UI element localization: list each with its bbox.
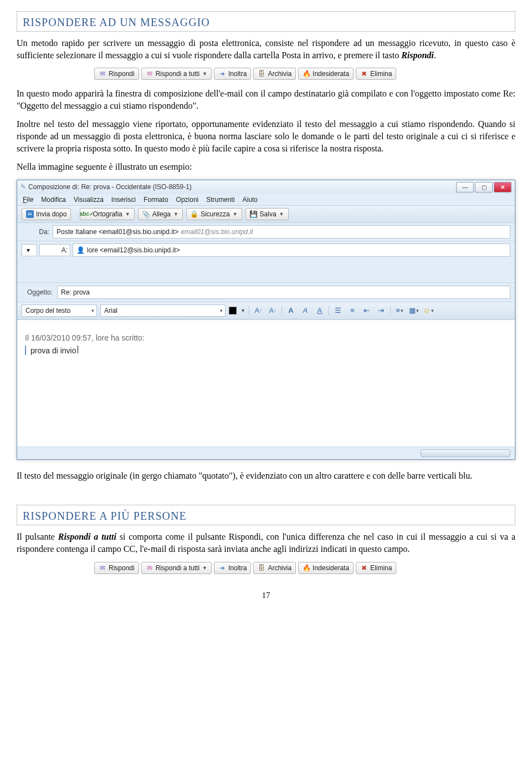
security-button[interactable]: 🔒Sicurezza▼: [186, 208, 242, 220]
paragraph: In questo modo apparirà la finestra di c…: [17, 88, 515, 111]
font-select[interactable]: Arial: [100, 305, 226, 317]
menu-file[interactable]: File: [23, 196, 33, 204]
send-later-button[interactable]: ✉Invia dopo: [22, 208, 71, 220]
text-bold: Rispondi: [401, 50, 434, 60]
recipient-type-dropdown[interactable]: ▾: [22, 244, 37, 256]
subject-label: Oggetto:: [22, 288, 53, 296]
attach-button[interactable]: 📎Allega▼: [138, 208, 183, 220]
menu-options[interactable]: Opzioni: [176, 196, 199, 204]
menu-format[interactable]: Formato: [144, 196, 168, 204]
reply-all-button[interactable]: ✉Rispondi a tutti▼: [141, 68, 212, 80]
paragraph: Il pulsante Rispondi a tutti si comporta…: [17, 531, 515, 555]
text-bold: Rispondi a tutti: [58, 532, 116, 541]
menu-insert[interactable]: Inserisci: [111, 196, 136, 204]
quoted-text: prova di invio: [25, 346, 507, 355]
paragraph: Nella immagine seguente è illustrato un …: [17, 161, 515, 173]
chevron-down-icon: ▼: [279, 211, 284, 217]
subject-row: Oggetto: Re: prova: [17, 283, 515, 302]
delete-icon: ✖: [360, 70, 368, 78]
save-button[interactable]: 💾Salva▼: [245, 208, 289, 220]
paragraph-style-select[interactable]: Corpo del testo: [22, 305, 97, 317]
menu-view[interactable]: Visualizza: [74, 196, 104, 204]
minimize-button[interactable]: —: [456, 182, 474, 192]
address-area: ▾ A: 👤lore <email12@sis.bio.unipd.it>: [17, 241, 515, 283]
reply-all-button[interactable]: ✉Rispondi a tutti▼: [141, 562, 212, 574]
app-icon: ✎: [21, 183, 26, 191]
chevron-down-icon: ▼: [202, 565, 207, 571]
spell-icon: abc✓: [83, 210, 90, 218]
junk-button[interactable]: 🔥Indesiderata: [298, 562, 354, 574]
archive-icon: 🗄: [258, 564, 265, 572]
reply-icon: ✉: [99, 70, 106, 78]
menu-help[interactable]: Aiuto: [243, 196, 258, 204]
section-heading: RISPONDERE AD UN MESSAGGIO: [23, 16, 509, 29]
forward-button[interactable]: ➜Inoltra: [214, 562, 251, 574]
chevron-down-icon[interactable]: ▼: [241, 308, 245, 313]
section-heading-box: RISPONDERE A PIÙ PERSONE: [17, 505, 515, 525]
spell-button[interactable]: abc✓Ortografia▼: [80, 208, 134, 220]
reply-toolbar: ✉Rispondi ✉Rispondi a tutti▼ ➜Inoltra 🗄A…: [94, 562, 515, 574]
delete-icon: ✖: [360, 564, 368, 572]
send-icon: ✉: [26, 210, 34, 218]
text: .: [434, 50, 436, 60]
close-button[interactable]: ✕: [494, 182, 511, 192]
text: Un metodo rapido per scrivere un messagg…: [17, 38, 515, 60]
chevron-down-icon: ▼: [202, 71, 207, 77]
outdent-icon[interactable]: ⇤: [361, 305, 372, 316]
paragraph: Il testo del messaggio originale (in ger…: [17, 470, 515, 482]
reply-button[interactable]: ✉Rispondi: [94, 68, 139, 80]
indent-icon[interactable]: ⇥: [376, 305, 387, 316]
reply-all-icon: ✉: [146, 70, 154, 78]
message-body[interactable]: Il 16/03/2010 09:57, lore ha scritto: pr…: [17, 319, 515, 447]
paperclip-icon: 📎: [142, 210, 150, 218]
text: Il pulsante: [17, 532, 58, 541]
paragraph: Inoltre nel testo del messaggio viene ri…: [17, 118, 515, 154]
section-heading-box: RISPONDERE AD UN MESSAGGIO: [17, 11, 515, 32]
flame-icon: 🔥: [303, 564, 310, 572]
subject-field[interactable]: Re: prova: [57, 286, 510, 299]
delete-button[interactable]: ✖Elimina: [356, 562, 396, 574]
to-label[interactable]: A:: [39, 244, 70, 256]
bold-icon[interactable]: A: [285, 305, 296, 316]
menu-tools[interactable]: Strumenti: [206, 196, 234, 204]
archive-button[interactable]: 🗄Archivia: [253, 68, 296, 80]
contact-icon: 👤: [76, 246, 85, 254]
align-icon[interactable]: ≡▾: [394, 305, 405, 316]
horizontal-scrollbar[interactable]: [421, 449, 510, 457]
to-field[interactable]: 👤lore <email12@sis.bio.unipd.it>: [73, 244, 510, 257]
junk-button[interactable]: 🔥Indesiderata: [298, 68, 354, 80]
chevron-down-icon: ▼: [233, 211, 238, 217]
reply-all-icon: ✉: [146, 564, 154, 572]
maximize-button[interactable]: ▢: [475, 182, 493, 192]
reply-icon: ✉: [99, 564, 106, 572]
titlebar: ✎ Composizione di: Re: prova - Occidenta…: [17, 180, 515, 194]
font-increase-icon[interactable]: A↑: [253, 305, 264, 316]
delete-button[interactable]: ✖Elimina: [356, 68, 396, 80]
archive-button[interactable]: 🗄Archivia: [253, 562, 296, 574]
chevron-down-icon: ▼: [173, 211, 178, 217]
forward-icon: ➜: [218, 564, 226, 572]
reply-toolbar: ✉Rispondi ✉Rispondi a tutti▼ ➜Inoltra 🗄A…: [94, 68, 515, 80]
reply-button[interactable]: ✉Rispondi: [94, 562, 139, 574]
insert-image-icon[interactable]: ▦▾: [408, 305, 420, 316]
text-cursor: [78, 346, 78, 353]
window-title: Composizione di: Re: prova - Occidentale…: [28, 183, 192, 191]
format-toolbar: Corpo del testo Arial ▼ A↑ A↓ A A A ☰ ≡ …: [17, 302, 515, 319]
color-swatch[interactable]: [229, 307, 237, 315]
page-number: 17: [17, 591, 515, 600]
menubar: File Modifica Visualizza Inserisci Forma…: [17, 194, 515, 205]
underline-icon[interactable]: A: [314, 305, 325, 316]
emoji-icon[interactable]: ☺▾: [423, 305, 434, 316]
font-decrease-icon[interactable]: A↓: [267, 305, 278, 316]
quote-header: Il 16/03/2010 09:57, lore ha scritto:: [25, 333, 507, 342]
forward-button[interactable]: ➜Inoltra: [214, 68, 251, 80]
forward-icon: ➜: [218, 70, 226, 78]
italic-icon[interactable]: A: [300, 305, 311, 316]
flame-icon: 🔥: [303, 70, 310, 78]
chevron-down-icon: ▼: [125, 211, 130, 217]
numbered-list-icon[interactable]: ≡: [347, 305, 358, 316]
lock-icon: 🔒: [191, 210, 198, 218]
from-field[interactable]: Poste Italiane <email01@sis.bio.unipd.it…: [53, 225, 510, 239]
menu-edit[interactable]: Modifica: [41, 196, 66, 204]
bullet-list-icon[interactable]: ☰: [332, 305, 344, 316]
